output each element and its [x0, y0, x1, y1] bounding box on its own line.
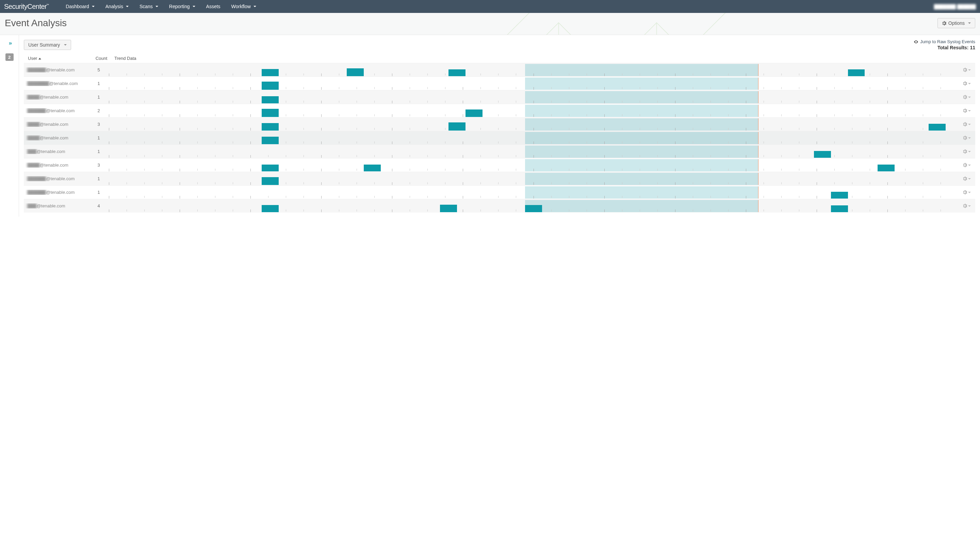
navbar-user[interactable]: ███████ ██████ [934, 4, 976, 9]
event-bar [525, 205, 542, 212]
row-actions[interactable] [958, 68, 975, 72]
brand-logo[interactable]: SecurityCenter™ [4, 3, 47, 10]
row-actions[interactable] [958, 95, 975, 99]
table-row[interactable]: ████@tenable.com3 [24, 117, 975, 131]
content-toolbar: User Summary Jump to Raw Syslog Events T… [24, 39, 975, 50]
nav-item-analysis[interactable]: Analysis [100, 0, 134, 13]
count-cell: 3 [89, 122, 109, 127]
table-row[interactable]: ████@tenable.com1 [24, 90, 975, 104]
count-cell: 1 [89, 149, 109, 154]
trend-sparkline [109, 64, 958, 76]
chevron-down-icon [968, 83, 971, 84]
table-row[interactable]: ██████@tenable.com1 [24, 185, 975, 199]
count-cell: 1 [89, 81, 109, 86]
trademark-icon: ™ [46, 3, 49, 7]
nav-item-reporting[interactable]: Reporting [164, 0, 201, 13]
user-cell: ███@tenable.com [24, 149, 89, 154]
row-actions[interactable] [958, 190, 975, 195]
table-row[interactable]: ██████@tenable.com5 [24, 63, 975, 77]
chevron-down-icon [968, 124, 971, 125]
trend-sparkline [109, 132, 958, 144]
table-row[interactable]: ███@tenable.com4 [24, 199, 975, 213]
eye-icon [914, 40, 918, 44]
row-actions[interactable] [958, 177, 975, 181]
chevron-down-icon [968, 137, 971, 139]
count-cell: 1 [89, 190, 109, 195]
event-bar [262, 96, 279, 103]
grid-header: User Count Trend Data [24, 54, 975, 63]
user-cell: ████@tenable.com [24, 163, 89, 168]
row-actions[interactable] [958, 108, 975, 113]
gear-icon [963, 136, 967, 140]
trend-sparkline [109, 145, 958, 158]
chevron-down-icon [968, 192, 971, 193]
chevron-down-icon [968, 97, 971, 98]
event-bar [848, 69, 865, 76]
table-row[interactable]: ███@tenable.com1 [24, 145, 975, 158]
jump-to-raw-link[interactable]: Jump to Raw Syslog Events [914, 39, 975, 44]
user-cell: ██████@tenable.com [24, 108, 89, 113]
row-actions[interactable] [958, 122, 975, 127]
event-bar [814, 151, 831, 158]
table-row[interactable]: ███████@tenable.com1 [24, 77, 975, 90]
trend-sparkline [109, 105, 958, 117]
nav-item-assets[interactable]: Assets [201, 0, 226, 13]
brand-label: SecurityCenter [4, 3, 47, 10]
trend-sparkline [109, 186, 958, 198]
nav-item-scans[interactable]: Scans [134, 0, 164, 13]
filter-count-badge[interactable]: 2 [5, 53, 13, 61]
event-bar [262, 123, 279, 130]
toolbar-right: Jump to Raw Syslog Events Total Results:… [914, 39, 975, 50]
event-bar [929, 124, 946, 130]
table-row[interactable]: ████@tenable.com3 [24, 158, 975, 172]
user-cell: ██████@tenable.com [24, 176, 89, 181]
view-selector[interactable]: User Summary [24, 40, 71, 50]
options-button[interactable]: Options [937, 18, 975, 28]
nav-item-workflow[interactable]: Workflow [226, 0, 262, 13]
chevron-down-icon [968, 178, 971, 180]
column-header-trend[interactable]: Trend Data [112, 56, 955, 61]
top-navbar: SecurityCenter™ DashboardAnalysisScansRe… [0, 0, 980, 13]
event-bar [364, 165, 381, 172]
expand-sidebar-icon[interactable]: » [9, 40, 10, 47]
count-cell: 3 [89, 163, 109, 168]
table-row[interactable]: ██████@tenable.com2 [24, 104, 975, 117]
event-bar [262, 109, 279, 117]
nav-item-dashboard[interactable]: Dashboard [60, 0, 100, 13]
column-header-user[interactable]: User [27, 56, 91, 61]
table-row[interactable]: ██████@tenable.com1 [24, 172, 975, 185]
event-bar [262, 137, 279, 144]
row-actions[interactable] [958, 204, 975, 208]
event-bar [831, 192, 848, 198]
row-actions[interactable] [958, 136, 975, 140]
page-header: Event Analysis Options [0, 13, 980, 35]
user-cell: ████@tenable.com [24, 95, 89, 100]
event-bar [262, 205, 279, 212]
main-area: » 2 User Summary Jump to Raw Syslog Even… [0, 35, 980, 217]
chevron-down-icon [968, 69, 971, 71]
user-cell: ███@tenable.com [24, 203, 89, 208]
count-cell: 2 [89, 108, 109, 113]
gear-icon [963, 95, 967, 99]
row-actions[interactable] [958, 163, 975, 167]
event-bar [262, 69, 279, 76]
sort-asc-icon [38, 58, 41, 60]
content-area: User Summary Jump to Raw Syslog Events T… [19, 35, 980, 217]
trend-sparkline [109, 118, 958, 130]
total-results: Total Results: 11 [914, 45, 975, 50]
row-actions[interactable] [958, 81, 975, 86]
user-cell: ████@tenable.com [24, 135, 89, 140]
column-header-count[interactable]: Count [91, 56, 112, 61]
chevron-down-icon [968, 151, 971, 152]
event-bar [440, 205, 457, 212]
table-row[interactable]: ████@tenable.com1 [24, 131, 975, 145]
count-cell: 1 [89, 176, 109, 181]
grid-body: ██████@tenable.com5███████@tenable.com1█… [24, 63, 975, 213]
options-label: Options [948, 20, 965, 26]
row-actions[interactable] [958, 149, 975, 154]
gear-icon [963, 68, 967, 72]
event-bar [262, 82, 279, 90]
event-bar [262, 165, 279, 171]
user-cell: ██████@tenable.com [24, 190, 89, 195]
event-bar [831, 205, 848, 212]
